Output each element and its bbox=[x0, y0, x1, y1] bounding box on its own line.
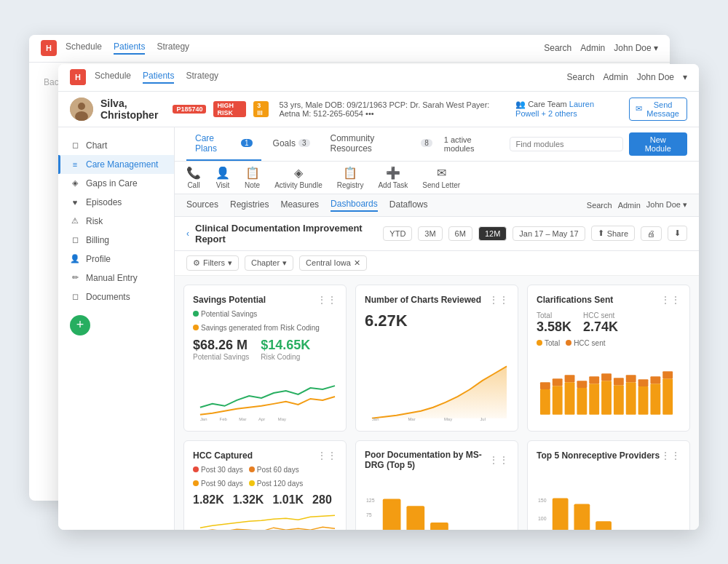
patient-id-badge: P185740 bbox=[173, 105, 206, 114]
svg-text:125: 125 bbox=[366, 498, 375, 503]
sub-nav-dashboards[interactable]: Dashboards bbox=[331, 199, 378, 212]
poor-doc-menu[interactable]: ⋮⋮ bbox=[488, 454, 509, 466]
search-link[interactable]: Search bbox=[544, 43, 571, 53]
svg-text:75: 75 bbox=[366, 512, 372, 517]
hcc-legend-120: Post 120 days bbox=[249, 480, 303, 488]
sidebar-item-gaps-in-care[interactable]: ◈ Gaps in Care bbox=[58, 174, 174, 193]
sidebar-item-chart[interactable]: ◻ Chart bbox=[58, 136, 174, 155]
sidebar-item-risk[interactable]: ⚠ Risk bbox=[58, 212, 174, 231]
12m-btn[interactable]: 12M bbox=[478, 226, 507, 241]
new-module-button[interactable]: New Module bbox=[629, 132, 688, 156]
poor-documentation-card: Poor Documentation by MS-DRG (Top 5) ⋮⋮ … bbox=[355, 440, 518, 530]
sub-nav-measures[interactable]: Measures bbox=[280, 199, 319, 211]
add-button[interactable]: + bbox=[70, 315, 90, 335]
region-button[interactable]: Central Iowa ✕ bbox=[299, 255, 367, 271]
user-menu-front[interactable]: John Doe bbox=[637, 72, 674, 82]
svg-rect-24 bbox=[601, 381, 612, 415]
sub-user[interactable]: John Doe ▾ bbox=[646, 200, 687, 210]
ytd-btn[interactable]: YTD bbox=[383, 226, 412, 241]
date-range-btn[interactable]: Jan 17 – May 17 bbox=[513, 226, 585, 241]
nav-strategy-front[interactable]: Strategy bbox=[186, 71, 218, 84]
action-add-task[interactable]: ➕ Add Task bbox=[378, 166, 408, 189]
chapter-button[interactable]: Chapter ▾ bbox=[245, 255, 293, 271]
6m-btn[interactable]: 6M bbox=[448, 226, 472, 241]
nav-schedule-front[interactable]: Schedule bbox=[95, 71, 131, 84]
print-button[interactable]: 🖨 bbox=[641, 226, 662, 241]
charts-title: Number of Charts Reviewed bbox=[365, 295, 481, 305]
charts-menu[interactable]: ⋮⋮ bbox=[488, 294, 509, 306]
svg-rect-17 bbox=[553, 378, 563, 386]
providers-title: Top 5 Nonreceptive Providers bbox=[537, 450, 660, 461]
active-modules-label: 1 active modules bbox=[444, 135, 504, 153]
action-note[interactable]: 📋 Note bbox=[245, 166, 260, 189]
clari-menu[interactable]: ⋮⋮ bbox=[660, 294, 681, 306]
sidebar-item-episodes[interactable]: ♥ Episodes bbox=[58, 193, 174, 212]
care-team-label: 👥 Care Team Lauren Powell + 2 others bbox=[515, 100, 617, 118]
svg-rect-19 bbox=[565, 375, 575, 382]
share-icon: ⬆ bbox=[598, 229, 604, 238]
sidebar-item-manual-entry[interactable]: ✏ Manual Entry bbox=[58, 269, 174, 287]
svg-rect-14 bbox=[540, 389, 550, 415]
nav-patients[interactable]: Patients bbox=[114, 41, 145, 55]
sub-nav-sources[interactable]: Sources bbox=[186, 199, 218, 211]
svg-rect-27 bbox=[614, 378, 624, 385]
sidebar-item-billing[interactable]: ◻ Billing bbox=[58, 231, 174, 250]
3m-btn[interactable]: 3M bbox=[418, 226, 442, 241]
clari-total-label: Total bbox=[537, 311, 571, 319]
clari-legend-total: Total bbox=[537, 339, 560, 347]
tab-community-resources[interactable]: Community Resources 8 bbox=[322, 127, 441, 161]
share-button[interactable]: ⬆ Share bbox=[591, 226, 635, 241]
sidebar-item-documents[interactable]: ◻ Documents bbox=[58, 287, 174, 306]
admin-link-front[interactable]: Admin bbox=[604, 72, 628, 82]
hcc-val-90: 1.01K bbox=[272, 493, 304, 507]
svg-rect-33 bbox=[650, 376, 660, 384]
filters-button[interactable]: ⚙ Filters ▾ bbox=[186, 255, 239, 271]
savings-menu[interactable]: ⋮⋮ bbox=[317, 294, 337, 306]
risk-icon: ⚠ bbox=[70, 216, 80, 226]
add-task-icon: ➕ bbox=[386, 166, 400, 180]
patient-avatar bbox=[70, 98, 93, 121]
tab-care-plans[interactable]: Care Plans 1 bbox=[186, 127, 261, 161]
user-menu[interactable]: John Doe ▾ bbox=[614, 43, 658, 53]
action-activity-bundle[interactable]: ◈ Activity Bundle bbox=[274, 166, 323, 189]
sub-nav-registries[interactable]: Registries bbox=[230, 199, 269, 211]
find-modules-input[interactable] bbox=[510, 137, 623, 151]
patient-risk-badge: HIGH RISK bbox=[213, 101, 246, 117]
send-message-button[interactable]: ✉ Send Message bbox=[629, 98, 687, 121]
sidebar-item-care-management[interactable]: ≡ Care Management bbox=[58, 155, 174, 174]
nav-schedule[interactable]: Schedule bbox=[66, 41, 102, 55]
download-button[interactable]: ⬇ bbox=[668, 226, 687, 241]
action-visit[interactable]: 👤 Visit bbox=[215, 166, 230, 189]
svg-rect-44 bbox=[406, 506, 424, 530]
clari-hcc-value: 2.74K bbox=[583, 319, 618, 335]
savings-value-main: $68.26 M bbox=[193, 338, 249, 353]
action-call[interactable]: 📞 Call bbox=[186, 166, 201, 189]
action-registry[interactable]: 📋 Registry bbox=[337, 166, 364, 189]
savings-label-risk: Risk Coding bbox=[261, 353, 310, 361]
note-icon: 📋 bbox=[245, 166, 260, 180]
admin-link[interactable]: Admin bbox=[580, 43, 605, 53]
svg-text:Mar: Mar bbox=[239, 416, 246, 421]
nav-strategy[interactable]: Strategy bbox=[157, 41, 189, 55]
svg-rect-45 bbox=[430, 523, 448, 530]
sub-nav-dataflows[interactable]: Dataflows bbox=[389, 199, 428, 211]
savings-potential-card: Savings Potential ⋮⋮ Potential Savings S… bbox=[183, 285, 347, 432]
sidebar-label-care-management: Care Management bbox=[86, 159, 158, 170]
sidebar-label-manual-entry: Manual Entry bbox=[86, 273, 138, 283]
care-team-extra[interactable]: + 2 others bbox=[542, 109, 577, 118]
svg-rect-29 bbox=[626, 375, 636, 382]
clari-hcc-label: HCC sent bbox=[583, 311, 618, 319]
tab-goals[interactable]: Goals 3 bbox=[264, 132, 319, 156]
hcc-val-60: 1.32K bbox=[233, 493, 264, 507]
nav-patients-front[interactable]: Patients bbox=[143, 71, 174, 84]
savings-value-risk: $14.65K bbox=[261, 338, 310, 353]
sub-search[interactable]: Search bbox=[587, 201, 612, 210]
sub-admin[interactable]: Admin bbox=[618, 201, 641, 210]
search-link-front[interactable]: Search bbox=[567, 72, 595, 82]
sidebar-label-chart: Chart bbox=[86, 140, 107, 151]
action-send-letter[interactable]: ✉ Send Letter bbox=[422, 166, 460, 189]
sidebar-item-profile[interactable]: 👤 Profile bbox=[58, 250, 174, 269]
providers-menu[interactable]: ⋮⋮ bbox=[660, 450, 681, 461]
back-arrow[interactable]: ‹ bbox=[186, 229, 189, 239]
hcc-menu[interactable]: ⋮⋮ bbox=[317, 450, 337, 461]
